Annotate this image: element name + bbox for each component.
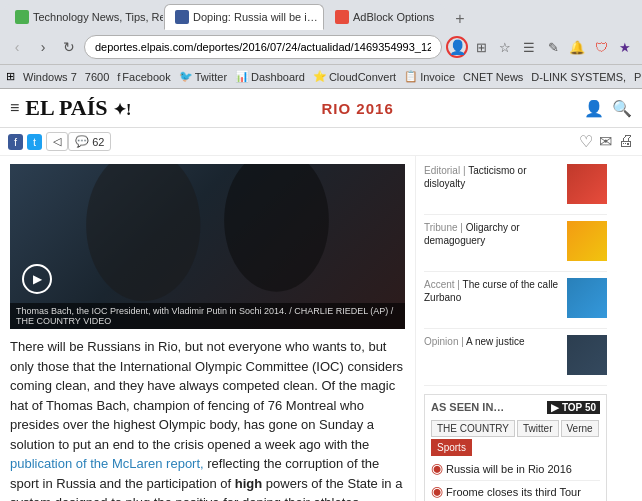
heart-icon[interactable]: ♡ <box>579 132 593 151</box>
sidebar-item-2-thumb <box>567 221 607 261</box>
notification-icon[interactable]: 🔔 <box>566 36 588 58</box>
sidebar-item-4-thumb <box>567 335 607 375</box>
tab-bar: Technology News, Tips, Rev Doping: Russi… <box>0 0 642 30</box>
address-bar-row: ‹ › ↻ 👤 ⊞ ☆ ☰ ✎ 🔔 🛡 ★ <box>0 30 642 64</box>
tab2-favicon <box>175 10 189 24</box>
comment-count[interactable]: 💬 62 <box>68 132 111 151</box>
bk-invoice[interactable]: 📋 Invoice <box>404 70 455 83</box>
main-layout: ▶ Thomas Bach, the IOC President, with V… <box>0 156 642 501</box>
sidebar-item-4-text[interactable]: Opinion | A new justice <box>424 335 559 350</box>
divider-2 <box>424 271 607 272</box>
sidebar-item-2: Tribune | Oligarchy or demagoguery <box>424 221 607 261</box>
page: ≡ EL PAÍS ✦! RIO 2016 👤 🔍 f t ◁ 💬 62 ♡ ✉… <box>0 89 642 501</box>
sidebar-item-1-text[interactable]: Editorial | Tacticismo or disloyalty <box>424 164 559 192</box>
bookmark-icon[interactable]: ★ <box>614 36 636 58</box>
twitter-share-button[interactable]: t <box>27 134 42 150</box>
refresh-button[interactable]: ↻ <box>58 36 80 58</box>
main-content: ▶ Thomas Bach, the IOC President, with V… <box>0 156 415 501</box>
bookmarks-icon: ⊞ <box>6 70 15 83</box>
user-icon[interactable]: 👤 <box>584 99 604 118</box>
as-seen-text-2[interactable]: Froome closes its third Tour <box>446 485 581 499</box>
hamburger-menu[interactable]: ≡ <box>10 99 19 117</box>
sidebar-item-3: Accent | The curse of the calle Zurbano <box>424 278 607 318</box>
bk-twitter[interactable]: 🐦 Twitter <box>179 70 227 83</box>
tab2-label: Doping: Russia will be i… <box>193 11 318 23</box>
sidebar-item-4-category: Opinion | A new justice <box>424 335 559 348</box>
address-input[interactable] <box>84 35 442 59</box>
site-header: ≡ EL PAÍS ✦! RIO 2016 👤 🔍 <box>0 89 642 128</box>
social-bar: f t ◁ 💬 62 ♡ ✉ 🖨 <box>0 128 642 156</box>
bk-dashboard[interactable]: 📊 Dashboard <box>235 70 305 83</box>
sidebar-item-3-category: Accent | The curse of the calle Zurbano <box>424 278 559 304</box>
as-seen-tabs: THE COUNTRY Twitter Verne Sports <box>431 420 600 456</box>
article-paragraph-1: There will be Russians in Rio, but not e… <box>10 337 405 501</box>
sidebar-item-1-thumb <box>567 164 607 204</box>
article-image: ▶ Thomas Bach, the IOC President, with V… <box>10 164 405 329</box>
sidebar-item-1-category: Editorial | Tacticismo or disloyalty <box>424 164 559 190</box>
mail-icon[interactable]: ✉ <box>599 132 612 151</box>
tab1-label: Technology News, Tips, Rev <box>33 11 164 23</box>
sidebar-item-3-thumb <box>567 278 607 318</box>
share-button[interactable]: ◁ <box>46 132 68 151</box>
tab-1[interactable]: Technology News, Tips, Rev <box>4 4 164 30</box>
new-tab-button[interactable]: + <box>449 8 470 30</box>
comment-icon: 💬 <box>75 135 89 148</box>
extensions-icon[interactable]: 👤 <box>446 36 468 58</box>
tab-3[interactable]: AdBlock Options <box>324 4 445 30</box>
as-seen-list: ◉ Russia will be in Rio 2016 ◉ Froome cl… <box>431 462 600 501</box>
divider-1 <box>424 214 607 215</box>
bk-facebook[interactable]: f Facebook <box>117 71 170 83</box>
facebook-share-button[interactable]: f <box>8 134 23 150</box>
search-icon[interactable]: 🔍 <box>612 99 632 118</box>
print-icon[interactable]: 🖨 <box>618 132 634 151</box>
as-seen-dot-1: ◉ <box>431 461 443 475</box>
divider-4 <box>424 385 607 386</box>
as-seen-text-1[interactable]: Russia will be in Rio 2016 <box>446 462 572 476</box>
bk-cloudconvert[interactable]: ⭐ CloudConvert <box>313 70 396 83</box>
sidebar-item-2-category: Tribune | Oligarchy or demagoguery <box>424 221 559 247</box>
image-caption: Thomas Bach, the IOC President, with Vla… <box>10 303 405 329</box>
video-play-button[interactable]: ▶ <box>22 264 52 294</box>
as-seen-list-item-1: ◉ Russia will be in Rio 2016 <box>431 462 600 481</box>
as-seen-tab-verne[interactable]: Verne <box>561 420 599 437</box>
mcclaren-report-link[interactable]: publication of the McLaren report, <box>10 456 204 471</box>
edit-icon[interactable]: ✎ <box>542 36 564 58</box>
menu-icon[interactable]: ☰ <box>518 36 540 58</box>
header-right: 👤 🔍 <box>584 99 632 118</box>
as-seen-tab-sports[interactable]: Sports <box>431 439 472 456</box>
comment-number: 62 <box>92 136 104 148</box>
sidebar: Editorial | Tacticismo or disloyalty Tri… <box>415 156 615 501</box>
sidebar-item-4-title-link[interactable]: A new justice <box>466 336 524 347</box>
header-left: ≡ EL PAÍS ✦! <box>10 95 131 121</box>
bookmarks-bar: ⊞ Windows 7 7600 f Facebook 🐦 Twitter 📊 … <box>0 64 642 88</box>
bk-cnetnews[interactable]: CNET News <box>463 71 523 83</box>
bk-dlink[interactable]: D-LINK SYSTEMS, <box>531 71 626 83</box>
bk-profile[interactable]: Profile <box>634 71 642 83</box>
svg-point-0 <box>86 164 200 301</box>
tab3-favicon <box>335 10 349 24</box>
forward-button[interactable]: › <box>32 36 54 58</box>
sidebar-item-1: Editorial | Tacticismo or disloyalty <box>424 164 607 204</box>
svg-point-1 <box>224 164 329 292</box>
sidebar-item-2-text[interactable]: Tribune | Oligarchy or demagoguery <box>424 221 559 249</box>
browser-chrome: Technology News, Tips, Rev Doping: Russi… <box>0 0 642 89</box>
sidebar-item-3-text[interactable]: Accent | The curse of the calle Zurbano <box>424 278 559 306</box>
tab3-label: AdBlock Options <box>353 11 434 23</box>
star-icon[interactable]: ☆ <box>494 36 516 58</box>
sidebar-item-4: Opinion | A new justice <box>424 335 607 375</box>
divider-3 <box>424 328 607 329</box>
top50-button[interactable]: ▶ Top 50 <box>547 401 600 414</box>
adblock-icon[interactable]: 🛡 <box>590 36 612 58</box>
bk-7600[interactable]: 7600 <box>85 71 109 83</box>
grid-icon[interactable]: ⊞ <box>470 36 492 58</box>
tab-2[interactable]: Doping: Russia will be i… ✕ <box>164 4 324 30</box>
bk-windows7[interactable]: Windows 7 <box>23 71 77 83</box>
as-seen-tab-twitter[interactable]: Twitter <box>517 420 558 437</box>
as-seen-in-title: AS SEEN IN… ▶ Top 50 <box>431 401 600 414</box>
as-seen-tab-country[interactable]: THE COUNTRY <box>431 420 515 437</box>
back-button[interactable]: ‹ <box>6 36 28 58</box>
site-logo[interactable]: EL PAÍS ✦! <box>25 95 131 121</box>
tab1-favicon <box>15 10 29 24</box>
article-body: There will be Russians in Rio, but not e… <box>10 337 405 501</box>
as-seen-dot-2: ◉ <box>431 484 443 498</box>
